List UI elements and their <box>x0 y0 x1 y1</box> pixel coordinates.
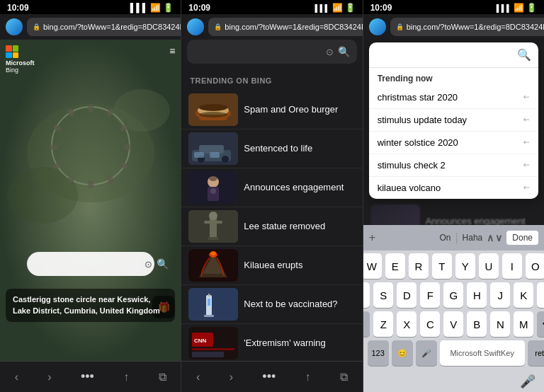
key-s[interactable]: S <box>373 282 393 308</box>
back-btn-2[interactable]: ‹ <box>188 365 208 389</box>
key-d[interactable]: D <box>397 282 416 308</box>
suggestion-1[interactable]: stimulus update today ↗ <box>369 109 538 132</box>
key-b[interactable]: B <box>467 311 487 337</box>
key-x[interactable]: X <box>397 311 416 337</box>
autocomplete-search-input[interactable] <box>376 50 511 61</box>
trending-text-3: Lee statue removed <box>244 221 325 233</box>
svg-point-44 <box>210 251 216 255</box>
profile-avatar-2[interactable] <box>187 18 204 35</box>
key-o[interactable]: O <box>526 253 544 279</box>
key-space[interactable]: Microsoft SwiftKey <box>440 340 525 366</box>
share-btn-2[interactable]: ↑ <box>297 365 319 389</box>
url-bar-2[interactable]: 🔒 bing.com/?toWww=1&redig=8DC83424F97B40… <box>208 18 363 36</box>
panel-3-main: 🔍 Trending now christmas star 2020 ↗ sti… <box>363 40 544 392</box>
key-u[interactable]: U <box>479 253 499 279</box>
camera-icon-2[interactable]: ⊙ <box>326 47 334 57</box>
done-button[interactable]: Done <box>506 231 538 245</box>
tabs-btn-1[interactable]: ⧉ <box>150 365 175 389</box>
bing-search-box[interactable]: ⊙ 🔍 <box>27 252 154 276</box>
camera-icon[interactable]: ⊙ <box>144 259 152 270</box>
svg-point-37 <box>209 212 217 220</box>
key-g[interactable]: G <box>443 282 463 308</box>
key-m[interactable]: M <box>514 311 533 337</box>
url-bar-3[interactable]: 🔒 bing.com/?toWww=1&redig=8DC83424F97B40… <box>390 18 544 36</box>
trending-item-5[interactable]: Next to be vaccinated? <box>181 285 362 324</box>
key-emoji[interactable]: 😊 <box>392 340 413 366</box>
key-123[interactable]: 123 <box>368 340 389 366</box>
search-icon-3[interactable]: 🔍 <box>517 48 531 62</box>
toolbar-pipe: | <box>455 231 458 244</box>
key-c[interactable]: C <box>420 311 440 337</box>
svg-point-33 <box>210 188 216 194</box>
forward-btn-2[interactable]: › <box>221 365 242 389</box>
trending-item-6[interactable]: CNN 'Extremism' warning <box>181 324 362 361</box>
search-icon-2[interactable]: 🔍 <box>338 46 350 57</box>
key-h[interactable]: H <box>467 282 487 308</box>
suggestion-text-3: stimulus check 2 <box>378 160 518 171</box>
key-k[interactable]: K <box>514 282 533 308</box>
toolbar-chevrons: ∧ ∨ <box>487 232 502 243</box>
more-btn-1[interactable]: ••• <box>72 364 103 390</box>
key-t[interactable]: T <box>432 253 452 279</box>
toolbar-plus[interactable]: + <box>369 231 375 244</box>
key-e[interactable]: E <box>385 253 405 279</box>
suggestion-arrow-2: ↗ <box>521 137 533 149</box>
svg-rect-54 <box>192 352 224 357</box>
trending-item-0[interactable]: Spam and Oreo burger <box>181 91 362 129</box>
time-1: 10:09 <box>7 3 29 13</box>
trending-thumb-6: CNN <box>188 327 238 359</box>
autocomplete-search-row[interactable]: 🔍 <box>369 42 538 68</box>
trending-item-4[interactable]: Kilauea erupts <box>181 246 362 285</box>
trending-item-2[interactable]: Announces engagement <box>181 168 362 207</box>
trending-item-1[interactable]: Sentenced to life <box>181 129 362 168</box>
wifi-icon-2: 📶 <box>332 3 343 13</box>
caption-location: Castlerigg stone circle near Keswick, La… <box>13 294 168 316</box>
tabs-btn-2[interactable]: ⧉ <box>332 365 356 389</box>
key-r[interactable]: R <box>409 253 429 279</box>
suggestion-0[interactable]: christmas star 2020 ↗ <box>369 86 538 109</box>
profile-avatar-1[interactable] <box>6 18 23 35</box>
key-i[interactable]: I <box>502 253 522 279</box>
mic-icon[interactable]: 🎤 <box>520 374 536 389</box>
key-j[interactable]: J <box>490 282 510 308</box>
key-l[interactable]: L <box>537 282 544 308</box>
chevron-down-icon[interactable]: ∨ <box>495 232 502 243</box>
key-f[interactable]: F <box>420 282 440 308</box>
search-field-2[interactable]: ⊙ 🔍 <box>187 40 356 64</box>
key-n[interactable]: N <box>490 311 510 337</box>
search-input-2[interactable] <box>194 47 321 57</box>
suggestion-arrow-0: ↗ <box>521 92 533 103</box>
blurred-thumb-0 <box>370 204 420 225</box>
bottom-nav-1: ‹ › ••• ↑ ⧉ <box>0 361 181 392</box>
share-btn-1[interactable]: ↑ <box>115 365 137 389</box>
forward-btn-1[interactable]: › <box>39 365 60 389</box>
suggestion-2[interactable]: winter solstice 2020 ↗ <box>369 132 538 154</box>
key-return[interactable]: return <box>528 340 544 366</box>
key-mic[interactable]: 🎤 <box>416 340 437 366</box>
suggestion-3[interactable]: stimulus check 2 ↗ <box>369 154 538 177</box>
profile-avatar-3[interactable] <box>369 18 386 35</box>
bing-search-input[interactable] <box>34 259 140 269</box>
status-bar-3: 10:09 ▌▌▌ 📶 🔋 <box>363 0 544 14</box>
ms-logo-area: Microsoft Bing <box>6 45 35 74</box>
key-backspace[interactable]: ⌫ <box>537 311 544 337</box>
key-z[interactable]: Z <box>373 311 393 337</box>
back-btn-1[interactable]: ‹ <box>6 365 27 389</box>
key-shift[interactable]: ⇧ <box>363 311 370 337</box>
autocomplete-dropdown: 🔍 Trending now christmas star 2020 ↗ sti… <box>369 42 538 199</box>
key-v[interactable]: V <box>443 311 463 337</box>
trending-text-1: Sentenced to life <box>244 143 312 155</box>
suggestion-4[interactable]: kilauea volcano ↗ <box>369 177 538 199</box>
keyboard-toolbar: + On | Haha ∧ ∨ Done <box>363 225 544 250</box>
url-bar-1[interactable]: 🔒 bing.com/?toWww=1&redig=8DC83424F97B40… <box>27 18 181 36</box>
panel-2: 10:09 ▌▌▌ 📶 🔋 🔒 bing.com/?toWww=1&redig=… <box>181 0 363 392</box>
chevron-up-icon[interactable]: ∧ <box>487 232 494 243</box>
key-a[interactable]: A <box>363 282 370 308</box>
time-3: 10:09 <box>370 3 392 13</box>
key-w[interactable]: W <box>363 253 382 279</box>
more-btn-2[interactable]: ••• <box>254 364 284 390</box>
key-y[interactable]: Y <box>455 253 475 279</box>
search-icon-1[interactable]: 🔍 <box>157 258 169 270</box>
menu-icon[interactable]: ≡ <box>169 45 175 57</box>
trending-item-3[interactable]: Lee statue removed <box>181 207 362 246</box>
